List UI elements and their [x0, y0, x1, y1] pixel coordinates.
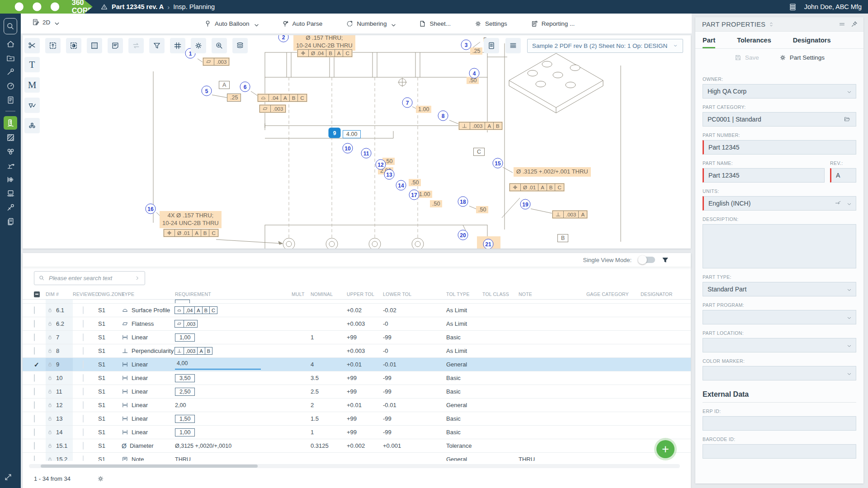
drawing-callout[interactable]: .25 — [470, 47, 482, 55]
drawing-callout[interactable]: Ø .04BAC — [297, 49, 353, 57]
drawing-callout[interactable]: Ø .3125 +.002/+.001 THRU — [514, 167, 591, 177]
note-button[interactable] — [108, 38, 123, 53]
text-tool-button[interactable]: T — [24, 57, 40, 72]
requirement-value[interactable]: 2,50 — [175, 388, 195, 396]
owner-select[interactable]: High QA Corp — [703, 84, 856, 99]
table-row-dim-9[interactable]: ✓ 9 S1 Linear 4,00 4 +0.01 -0.01 General — [23, 358, 691, 371]
balloon-12[interactable]: 12 — [376, 160, 386, 170]
list-view-button[interactable] — [505, 38, 521, 53]
app-logo[interactable]: 360 CORE — [0, 0, 93, 14]
row-selected-check[interactable]: ✓ — [34, 361, 39, 368]
column-header[interactable]: NOMINAL — [311, 291, 347, 297]
balloon-13[interactable]: 13 — [384, 169, 395, 180]
drawing-callout[interactable]: C — [473, 148, 485, 156]
row-checkbox[interactable] — [34, 306, 35, 314]
part-program-select[interactable] — [703, 310, 856, 324]
breadcrumb-part[interactable]: Part 12345 rev. A — [112, 3, 164, 10]
drawing-callout[interactable]: .003 — [203, 57, 230, 66]
sidebar-item-hierarchy-icon[interactable] — [4, 174, 17, 186]
balloon-7[interactable]: 7 — [402, 98, 413, 108]
pattern-button[interactable] — [87, 38, 102, 53]
balloon-16[interactable]: 16 — [146, 204, 156, 214]
layers-button[interactable] — [232, 38, 248, 53]
row-checkbox[interactable] — [34, 428, 35, 436]
balloon-9[interactable]: 9 — [329, 128, 341, 138]
save-button[interactable]: Save — [734, 54, 759, 61]
row-checkbox[interactable] — [34, 347, 35, 355]
reviewed-checkbox[interactable] — [83, 401, 84, 409]
balloon-6[interactable]: 6 — [240, 82, 250, 92]
column-header[interactable]: DIM # — [46, 291, 73, 297]
requirement-value[interactable]: 2,00 — [175, 402, 186, 408]
select-target-button[interactable] — [66, 38, 81, 53]
measure-tool-button[interactable]: M — [24, 77, 40, 93]
column-header[interactable]: REVIEWED — [73, 291, 98, 297]
tab-part[interactable]: Part — [703, 32, 715, 48]
balloon-18[interactable]: 18 — [458, 197, 468, 207]
balloon-20[interactable]: 20 — [458, 230, 468, 240]
select-up-button[interactable] — [45, 38, 61, 53]
requirement-fcf[interactable]: ,003 — [175, 320, 292, 328]
balloon-3[interactable]: 3 — [461, 40, 472, 50]
drawing-callout[interactable]: 1.00 — [416, 106, 431, 113]
drawing-callout[interactable]: 4.00 — [343, 130, 361, 138]
balloon-14[interactable]: 14 — [396, 180, 406, 191]
drawing-callout[interactable]: 4X Ø .157 THRU;10-24 UNC-2B THRU — [160, 211, 222, 228]
table-row-dim-6.2[interactable]: 6.2 S1 Flatness ,003 +0.003 -0 As Limit — [23, 317, 691, 331]
servers-icon[interactable] — [788, 3, 797, 11]
row-checkbox[interactable] — [34, 442, 35, 450]
color-marker-select[interactable] — [703, 366, 856, 380]
chevron-right-icon[interactable] — [134, 275, 141, 282]
barcode-id-field[interactable] — [703, 444, 856, 459]
reviewed-checkbox[interactable] — [83, 361, 84, 368]
column-header[interactable]: GAGE CATEGORY — [586, 291, 641, 297]
table-row-dim-13[interactable]: 13 S1 Linear 1,50 1.5 +99 -99 Basic — [23, 412, 691, 426]
sidebar-item-robot-icon[interactable] — [4, 160, 17, 172]
row-checkbox[interactable] — [34, 455, 35, 461]
requirement-value[interactable]: THRU — [175, 456, 191, 461]
table-row-dim-11[interactable]: 11 S1 Linear 2,50 2.5 +99 -99 Basic — [23, 385, 691, 399]
reviewed-checkbox[interactable] — [83, 415, 84, 422]
reviewed-checkbox[interactable] — [83, 333, 84, 341]
column-header[interactable]: UPPER TOL — [347, 291, 383, 297]
menu-settings[interactable]: Settings — [474, 20, 507, 28]
reviewed-checkbox[interactable] — [83, 320, 84, 328]
drawing-callout[interactable]: B — [557, 234, 568, 242]
requirement-value[interactable]: 1,00 — [175, 333, 195, 342]
table-settings-icon[interactable] — [97, 475, 104, 483]
column-header[interactable]: NOTE — [519, 291, 586, 297]
reviewed-checkbox[interactable] — [83, 374, 84, 382]
requirement-value[interactable]: 1,00 — [175, 428, 195, 436]
requirement-value[interactable]: 1,50 — [175, 415, 195, 423]
part-location-select[interactable] — [703, 338, 856, 352]
part-name-field[interactable]: Part 12345 — [703, 168, 825, 183]
sidebar-item-doclines-icon[interactable] — [4, 94, 17, 106]
sidebar-item-gauge-icon[interactable] — [4, 80, 17, 92]
erp-id-field[interactable] — [703, 416, 856, 431]
zoomin-button[interactable] — [212, 38, 227, 53]
column-header[interactable]: DWG.ZONE — [98, 291, 122, 297]
column-header[interactable]: LOWER TOL — [383, 291, 446, 297]
requirement-value-editing[interactable]: 4,00 — [175, 359, 261, 370]
requirement-fcf[interactable]: ,04ABC — [175, 306, 292, 314]
reviewed-checkbox[interactable] — [83, 442, 84, 450]
row-checkbox[interactable] — [34, 320, 35, 328]
reviewed-checkbox[interactable] — [83, 388, 84, 395]
sidebar-item-striped-icon[interactable] — [4, 131, 17, 144]
select-all-checkbox[interactable] — [34, 291, 40, 297]
drawing-callout[interactable]: .25 — [227, 94, 241, 102]
part-number-field[interactable]: Part 12345 — [703, 140, 856, 155]
units-select[interactable]: English (INCH) — [703, 196, 856, 211]
table-row-dim-15.1[interactable]: 15.1 S1 ØDiameter Ø,3125 +,0020/+,0010 0… — [23, 439, 691, 453]
drawing-callout[interactable]: .50 — [476, 206, 488, 213]
sidebar-item-wrench-icon[interactable] — [4, 66, 17, 78]
drawing-callout[interactable]: Ø .01ABC — [509, 183, 565, 192]
column-header[interactable]: TYPE — [122, 291, 175, 297]
drawing-callout[interactable]: .50 — [409, 179, 421, 186]
balloon-tool-button[interactable] — [24, 38, 40, 53]
table-row-dim-6.1[interactable]: 6.1 S1 Surface Profile ,04ABC +0.02 -0.0… — [23, 304, 691, 317]
column-header[interactable]: TOL CLASS — [482, 291, 519, 297]
document-button[interactable] — [484, 38, 499, 53]
filter-icon[interactable] — [661, 256, 669, 264]
drawing-callout[interactable]: .04ABC — [257, 94, 307, 102]
